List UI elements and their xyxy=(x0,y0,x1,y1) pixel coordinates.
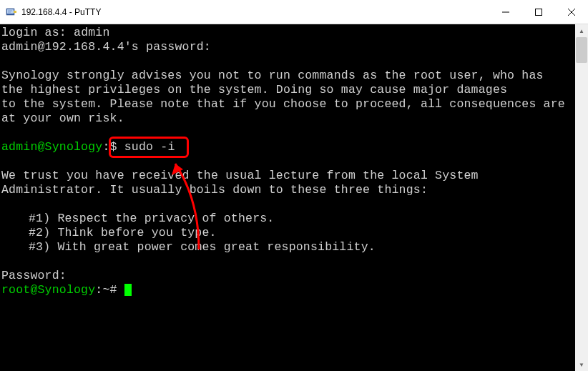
prompt-dollar: $ xyxy=(110,140,124,154)
user-command: sudo -i xyxy=(124,140,175,154)
scroll-down-icon[interactable]: ▼ xyxy=(575,358,588,371)
window-titlebar: 192.168.4.4 - PuTTY xyxy=(0,0,588,24)
password-label: Password: xyxy=(1,269,575,283)
password-prompt-suffix: 's password: xyxy=(124,40,211,54)
login-prompt: login as: xyxy=(1,26,74,39)
window-controls xyxy=(489,0,588,24)
rule-line: #2) Think before you type. xyxy=(1,226,575,240)
prompt-sep: : xyxy=(102,140,109,154)
minimize-button[interactable] xyxy=(489,0,522,24)
cursor-icon xyxy=(124,284,132,296)
warning-line: the highest privileges on the system. Do… xyxy=(1,83,575,97)
svg-rect-6 xyxy=(536,9,542,15)
rule-line: #3) With great power comes great respons… xyxy=(1,240,575,254)
scrollbar-thumb[interactable] xyxy=(576,37,587,63)
close-button[interactable] xyxy=(555,0,588,24)
prompt-hash: # xyxy=(110,283,124,297)
warning-line: to the system. Please note that if you c… xyxy=(1,97,575,112)
warning-line: at your own risk. xyxy=(1,112,575,126)
terminal-output[interactable]: login as: admin admin@192.168.4.4's pass… xyxy=(0,24,575,371)
login-user: admin xyxy=(74,26,110,39)
prompt-sep: : xyxy=(95,283,102,297)
svg-rect-1 xyxy=(7,9,14,14)
root-prompt-user: root@Synology xyxy=(1,283,95,297)
prompt-tilde: ~ xyxy=(102,283,109,297)
user-prompt-user: admin@Synology xyxy=(1,140,102,154)
putty-icon xyxy=(6,6,17,18)
warning-line: Synology strongly advises you not to run… xyxy=(1,69,575,83)
rule-line: #1) Respect the privacy of others. xyxy=(1,212,575,226)
lecture-line: Administrator. It usually boils down to … xyxy=(1,183,575,197)
maximize-button[interactable] xyxy=(522,0,555,24)
scroll-up-icon[interactable]: ▲ xyxy=(575,24,588,37)
svg-rect-2 xyxy=(14,11,16,13)
password-prompt-user: admin@192.168.4.4 xyxy=(1,40,124,54)
scrollbar-track[interactable]: ▲ ▼ xyxy=(575,24,588,371)
lecture-line: We trust you have received the usual lec… xyxy=(1,169,575,183)
window-title: 192.168.4.4 - PuTTY xyxy=(21,7,489,17)
terminal-container: login as: admin admin@192.168.4.4's pass… xyxy=(0,24,588,371)
